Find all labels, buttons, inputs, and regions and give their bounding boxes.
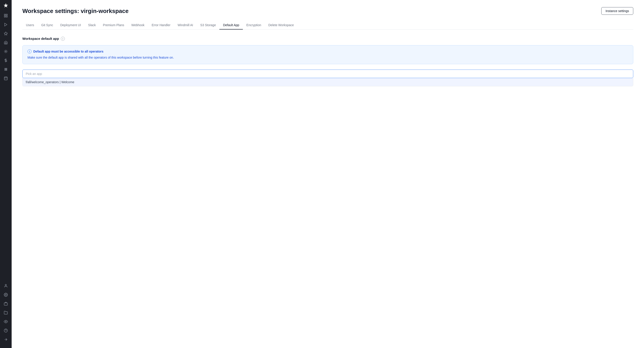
sidebar [0, 0, 12, 348]
tab-windmill-ai[interactable]: Windmill AI [174, 21, 196, 30]
svg-rect-3 [6, 16, 8, 17]
tabs-nav: UsersGit SyncDeployment UISlackPremium P… [22, 21, 633, 30]
section-title: Workspace default app i [22, 37, 633, 41]
tab-error-handler[interactable]: Error Handler [148, 21, 174, 30]
svg-point-17 [5, 294, 6, 296]
user-icon[interactable] [2, 282, 10, 290]
briefcase-icon[interactable] [2, 300, 10, 308]
section-info-icon[interactable]: i [61, 37, 65, 41]
dashboard-icon[interactable] [2, 12, 10, 20]
page-header: Workspace settings: virgin-workspace Ins… [22, 7, 633, 15]
svg-rect-0 [4, 14, 5, 15]
info-box: i Default app must be accessible to all … [22, 45, 633, 64]
play-icon[interactable] [2, 20, 10, 29]
svg-rect-12 [4, 77, 8, 80]
folder-icon[interactable] [2, 309, 10, 317]
svg-point-10 [5, 70, 6, 71]
dollar-icon[interactable] [2, 56, 10, 64]
svg-marker-5 [4, 32, 8, 35]
tab-s3-storage[interactable]: S3 Storage [196, 21, 219, 30]
page-title: Workspace settings: virgin-workspace [22, 8, 128, 14]
instance-settings-button[interactable]: Instance settings [601, 7, 633, 15]
arrow-right-icon[interactable] [2, 336, 10, 344]
settings-icon[interactable] [2, 291, 10, 299]
home-icon[interactable] [2, 38, 10, 46]
svg-marker-4 [5, 23, 7, 26]
svg-point-11 [6, 70, 7, 71]
info-box-body: Make sure the default app is shared with… [28, 55, 628, 60]
calendar-icon[interactable] [2, 74, 10, 82]
svg-point-8 [5, 68, 6, 69]
tab-encryption[interactable]: Encryption [243, 21, 265, 30]
svg-point-9 [6, 68, 7, 69]
apps-icon[interactable] [2, 65, 10, 73]
tab-premium-plans[interactable]: Premium Plans [99, 21, 128, 30]
app-dropdown-list: f/all/welcome_operators | Welcome [22, 78, 633, 86]
svg-rect-18 [4, 303, 8, 305]
tab-webhook[interactable]: Webhook [128, 21, 148, 30]
star-icon[interactable] [2, 30, 10, 38]
svg-point-19 [5, 321, 6, 322]
dropdown-item[interactable]: f/all/welcome_operators | Welcome [22, 78, 633, 86]
flow-icon[interactable] [2, 48, 10, 56]
main-content: Workspace settings: virgin-workspace Ins… [12, 0, 644, 348]
info-box-title: i Default app must be accessible to all … [28, 50, 628, 54]
svg-rect-2 [4, 16, 5, 17]
tab-deployment-ui[interactable]: Deployment UI [56, 21, 84, 30]
svg-point-6 [5, 51, 6, 52]
app-picker-wrapper: f/all/welcome_operators | Welcome [22, 70, 633, 86]
tab-default-app[interactable]: Default App [219, 21, 242, 30]
svg-point-20 [4, 329, 8, 332]
eye-icon[interactable] [2, 318, 10, 326]
svg-point-16 [5, 284, 6, 286]
tab-delete-workspace[interactable]: Delete Workspace [265, 21, 298, 30]
logo-icon[interactable] [3, 3, 8, 8]
tab-users[interactable]: Users [22, 21, 38, 30]
tab-git-sync[interactable]: Git Sync [38, 21, 57, 30]
svg-rect-1 [6, 14, 8, 15]
help-icon[interactable] [2, 326, 10, 334]
app-picker-input[interactable] [22, 70, 633, 78]
info-box-icon: i [28, 50, 32, 54]
tab-slack[interactable]: Slack [84, 21, 99, 30]
